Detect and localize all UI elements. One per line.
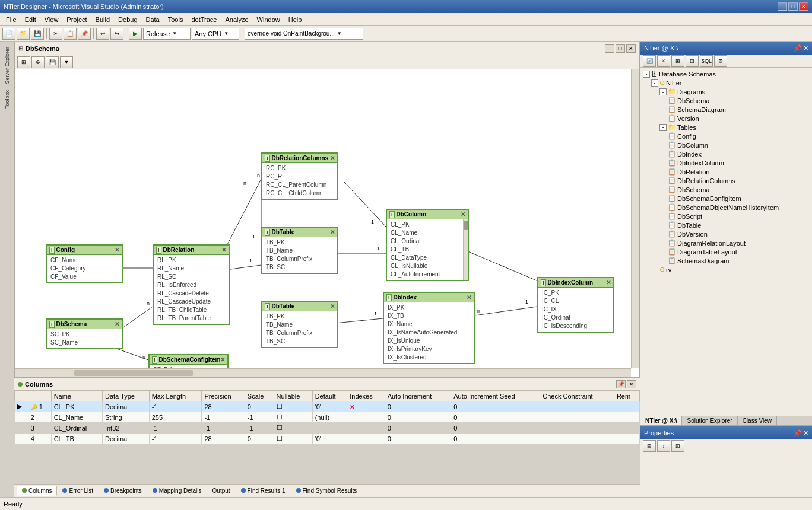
minimize-button[interactable]: ─ [778, 2, 787, 11]
menu-tools[interactable]: Tools [164, 15, 187, 24]
tree-node-version[interactable]: 📋 Version [643, 114, 810, 123]
toolbar-open[interactable]: 📁 [17, 28, 30, 40]
expand-dbschemas[interactable]: - [643, 71, 650, 78]
tree-node-schemasdiagram[interactable]: 📋 SchemasDiagram [643, 256, 810, 265]
table-card-dbschema[interactable]: IDbSchema ✕ SC_PK SC_Name [46, 318, 123, 349]
rpanel-tab-solution[interactable]: Solution Explorer [682, 416, 737, 425]
tree-node-dbschema-table[interactable]: 📋 DbSchema [643, 185, 810, 194]
tree-node-rv[interactable]: ⊙ rv [643, 265, 810, 274]
table-card-dbcolumn[interactable]: IDbColumn ✕ CL_PK CL_Name CL_Ordinal CL_… [386, 209, 469, 281]
diagram-grid-btn[interactable]: ⊞ [17, 56, 30, 68]
col-header-type[interactable]: Data Type [102, 391, 149, 401]
diagram-close[interactable]: ✕ [626, 44, 636, 53]
window-controls[interactable]: ─ □ ✕ [778, 2, 808, 11]
toolbar-run[interactable]: ▶ [129, 28, 142, 40]
btab-mapping[interactable]: Mapping Details [147, 486, 207, 496]
menu-window[interactable]: Window [253, 15, 284, 24]
props-controls[interactable]: 📌 ✕ [794, 429, 808, 437]
h-scrollbar[interactable] [15, 368, 631, 377]
toolbar-copy[interactable]: 📋 [64, 28, 77, 40]
diagram-restore[interactable]: □ [616, 44, 625, 53]
cpu-dropdown[interactable]: Any CPU ▼ [192, 28, 239, 40]
table-close-dbtable1[interactable]: ✕ [330, 229, 335, 235]
table-card-dbrelationcolumns[interactable]: IDbRelationColumns ✕ RC_PK RC_RL RC_CL_P… [261, 152, 338, 200]
maximize-button[interactable]: □ [788, 2, 798, 11]
toolbar-save[interactable]: 💾 [31, 28, 44, 40]
tree-node-dbschemas[interactable]: - 🗄 Database Schemas [643, 70, 810, 78]
right-panel-pin[interactable]: 📌 [794, 44, 802, 52]
table-row[interactable]: 4 CL_TB Decimal -1 28 0 ☐ '0' 0 0 [15, 434, 640, 444]
menu-view[interactable]: View [41, 15, 62, 24]
toolbar-redo[interactable]: ↪ [110, 28, 123, 40]
columns-pin[interactable]: 📌 [616, 380, 626, 388]
server-explorer-tab[interactable]: Server Explorer [2, 44, 12, 87]
col-header-scale[interactable]: Scale [245, 391, 274, 401]
menu-edit[interactable]: Edit [21, 15, 40, 24]
diagram-dropdown-btn[interactable]: ▼ [60, 56, 73, 68]
table-close-dbrelationcolumns[interactable]: ✕ [330, 155, 335, 161]
rp-btn-red[interactable]: ✕ [657, 55, 670, 67]
table-row[interactable]: 3 CL_Ordinal Int32 -1 -1 -1 ☐ 0 0 [15, 423, 640, 434]
col-header-check[interactable]: Check Constraint [540, 391, 614, 401]
toolbar-new[interactable]: 📄 [2, 28, 15, 40]
right-panel-close[interactable]: ✕ [803, 44, 808, 52]
tree-node-diagrams[interactable]: - 📁 Diagrams [643, 87, 810, 96]
rp-btn2[interactable]: ⊞ [671, 55, 684, 67]
btab-findresults1[interactable]: Find Results 1 [236, 486, 291, 496]
menu-file[interactable]: File [2, 15, 20, 24]
tree-node-dbcolumn[interactable]: 📋 DbColumn [643, 141, 810, 149]
props-btn2[interactable]: ↕ [657, 440, 670, 452]
expand-ntier[interactable]: - [651, 79, 658, 87]
columns-controls[interactable]: 📌 ✕ [616, 380, 636, 388]
toolbar-paste[interactable]: 📌 [78, 28, 91, 40]
tree-node-config[interactable]: 📋 Config [643, 132, 810, 141]
toolbar-undo[interactable]: ↩ [96, 28, 109, 40]
tree-node-diagtablelayout[interactable]: 📋 DiagramTableLayout [643, 247, 810, 256]
menu-dottrace[interactable]: dotTrace [188, 15, 220, 24]
props-close[interactable]: ✕ [803, 429, 808, 437]
tree-node-tables[interactable]: - 📁 Tables [643, 123, 810, 132]
rp-btn3[interactable]: ⊡ [686, 55, 699, 67]
col-header-indexes[interactable]: Indexes [347, 391, 385, 401]
tree-node-dbrelation[interactable]: 📋 DbRelation [643, 167, 810, 176]
columns-close[interactable]: ✕ [627, 380, 636, 388]
rp-btn4[interactable]: SQL [700, 55, 713, 67]
toolbox-tab[interactable]: Toolbox [2, 87, 12, 111]
col-header-name[interactable]: Name [51, 391, 102, 401]
config-dropdown[interactable]: Release ▼ [143, 28, 191, 40]
menu-build[interactable]: Build [92, 15, 113, 24]
btab-findsymbol[interactable]: Find Symbol Results [291, 486, 363, 496]
tree-node-dbschemaconfigitem[interactable]: 📋 DbSchemaConfigItem [643, 194, 810, 203]
col-header-autoinc[interactable]: Auto Increment [385, 391, 451, 401]
table-card-dbtable2[interactable]: IDbTable ✕ TB_PK TB_Name TB_ColumnPrefix… [261, 301, 338, 348]
menu-analyze[interactable]: Analyze [221, 15, 252, 24]
table-row[interactable]: 2 CL_Name String 255 -1 -1 ☐ (null) 0 0 [15, 412, 640, 423]
diagram-canvas[interactable]: 1 n 1 1 1 1 1 1 n [15, 69, 639, 377]
btab-output[interactable]: Output [207, 486, 236, 496]
table-close-dbcolumn[interactable]: ✕ [461, 211, 465, 218]
expand-diagrams[interactable]: - [659, 88, 667, 95]
props-pin[interactable]: 📌 [794, 429, 802, 437]
table-row[interactable]: ▶ 🔑 1 CL_PK Decimal -1 28 0 ☐ '0' ✕ 0 0 [15, 401, 640, 412]
rp-btn1[interactable]: 🔄 [643, 55, 656, 67]
tree-node-ntier[interactable]: - ⊙ NTier [643, 78, 810, 87]
table-close-dbindexcolumn[interactable]: ✕ [606, 279, 611, 286]
tree-node-dbtable[interactable]: 📋 DbTable [643, 221, 810, 230]
table-close-config[interactable]: ✕ [115, 247, 119, 253]
col-header-maxlen[interactable]: Max Length [149, 391, 202, 401]
props-btn1[interactable]: ⊞ [643, 440, 656, 452]
rpanel-tab-classview[interactable]: Class View [738, 416, 777, 425]
col-header-precision[interactable]: Precision [202, 391, 245, 401]
btab-breakpoints[interactable]: Breakpoints [99, 486, 147, 496]
tree-node-dbscript[interactable]: 📋 DbScript [643, 212, 810, 221]
table-card-dbrelation[interactable]: IDbRelation ✕ RL_PK RL_Name RL_SC RL_IsE… [153, 244, 230, 325]
btab-columns[interactable]: Columns [17, 486, 57, 496]
h-scrollbar-thumb[interactable] [74, 370, 193, 376]
columns-table[interactable]: Name Data Type Max Length Precision Scal… [14, 391, 640, 484]
table-close-dbschema[interactable]: ✕ [115, 321, 119, 327]
col-header-default[interactable]: Default [312, 391, 347, 401]
col-header-rem[interactable]: Rem [614, 391, 639, 401]
tree-node-schemadiag[interactable]: 📋 SchemaDiagram [643, 105, 810, 114]
menu-help[interactable]: Help [285, 15, 306, 24]
table-card-dbindexcolumn[interactable]: IDbIndexColumn ✕ IC_PK IC_CL IC_IX IC_Or… [537, 277, 614, 333]
